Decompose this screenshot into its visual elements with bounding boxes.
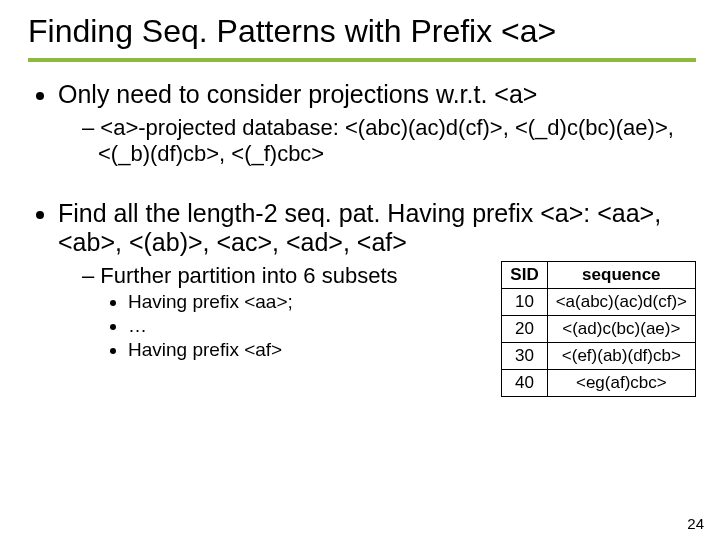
bullet-2-text: Find all the length-2 seq. pat. Having p… bbox=[58, 199, 661, 256]
bullet-2: Find all the length-2 seq. pat. Having p… bbox=[58, 199, 696, 397]
title-underline bbox=[28, 58, 696, 62]
bullet-list: Only need to consider projections w.r.t.… bbox=[36, 80, 696, 167]
th-seq: sequence bbox=[547, 262, 695, 289]
subsub-1: Having prefix <aa>; bbox=[128, 291, 493, 313]
table-row: 20 <(ad)c(bc)(ae)> bbox=[502, 316, 696, 343]
subsub-3: Having prefix <af> bbox=[128, 339, 493, 361]
table-row: 40 <eg(af)cbc> bbox=[502, 370, 696, 397]
page-number: 24 bbox=[687, 515, 704, 532]
bullet-1: Only need to consider projections w.r.t.… bbox=[58, 80, 696, 167]
slide: Finding Seq. Patterns with Prefix <a> On… bbox=[0, 0, 720, 540]
bullet-list-2: Find all the length-2 seq. pat. Having p… bbox=[36, 199, 696, 397]
bullet-1-text: Only need to consider projections w.r.t.… bbox=[58, 80, 537, 108]
table-row: 30 <(ef)(ab)(df)cb> bbox=[502, 343, 696, 370]
subsub-2: … bbox=[128, 315, 493, 337]
sequence-table: SID sequence 10 <a(abc)(ac)d(cf)> 20 <(a… bbox=[501, 261, 696, 397]
slide-title: Finding Seq. Patterns with Prefix <a> bbox=[28, 12, 696, 50]
th-sid: SID bbox=[502, 262, 547, 289]
bullet-2-sub: Further partition into 6 subsets Having … bbox=[82, 263, 493, 361]
table-row: 10 <a(abc)(ac)d(cf)> bbox=[502, 289, 696, 316]
table-header-row: SID sequence bbox=[502, 262, 696, 289]
bullet-1-sub: <a>-projected database: <(abc)(ac)d(cf)>… bbox=[82, 115, 696, 167]
